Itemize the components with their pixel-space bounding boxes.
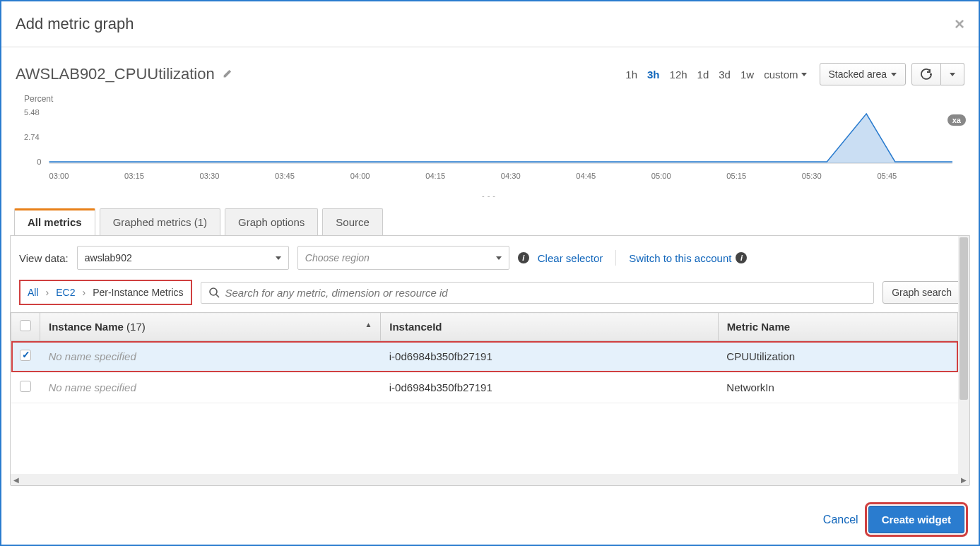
info-icon[interactable]: i xyxy=(518,252,529,263)
add-metric-modal: Add metric graph × AWSLAB902_CPUUtilizat… xyxy=(0,0,980,546)
y-axis-label: Percent xyxy=(24,94,956,104)
tab-graph-options[interactable]: Graph options xyxy=(225,208,318,235)
svg-line-14 xyxy=(216,295,219,297)
svg-text:03:45: 03:45 xyxy=(275,172,295,180)
refresh-icon xyxy=(921,69,932,80)
ytick-max: 5.48 xyxy=(24,108,40,117)
chevron-right-icon: › xyxy=(46,287,49,298)
breadcrumb-all[interactable]: All xyxy=(28,287,39,298)
close-icon[interactable]: × xyxy=(955,14,964,34)
chevron-down-icon xyxy=(801,73,807,76)
sort-asc-icon: ▲ xyxy=(365,321,372,328)
tabs: All metrics Graphed metrics (1) Graph op… xyxy=(10,208,970,235)
graph-title-row: AWSLAB902_CPUUtilization xyxy=(16,65,232,83)
table-row[interactable]: No name specified i-0d6984b350fb27191 CP… xyxy=(11,341,958,372)
refresh-button[interactable] xyxy=(911,63,941,85)
chevron-down-icon xyxy=(276,256,281,260)
chart: 5.48 2.74 0 03:00 03:15 03:30 03:45 04:0… xyxy=(24,108,956,189)
search-input-wrap xyxy=(201,282,875,304)
refresh-menu-button[interactable] xyxy=(941,63,964,85)
tab-graphed-metrics[interactable]: Graphed metrics (1) xyxy=(100,208,220,235)
row-checkbox[interactable] xyxy=(20,381,31,392)
time-range-selector: 1h 3h 12h 1d 3d 1w custom xyxy=(625,69,806,81)
time-custom[interactable]: custom xyxy=(764,69,806,81)
svg-text:04:45: 04:45 xyxy=(576,172,596,180)
vertical-scrollbar[interactable] xyxy=(958,236,969,474)
graph-title: AWSLAB902_CPUUtilization xyxy=(16,65,215,83)
svg-text:04:00: 04:00 xyxy=(350,172,370,180)
svg-text:05:00: 05:00 xyxy=(651,172,671,180)
svg-text:05:30: 05:30 xyxy=(802,172,822,180)
chart-area: Percent 5.48 2.74 0 03:00 03:15 03:30 03… xyxy=(10,94,970,206)
graph-search-button[interactable]: Graph search xyxy=(882,281,961,304)
search-row: All › EC2 › Per-Instance Metrics Graph s… xyxy=(11,280,969,312)
modal-header: Add metric graph × xyxy=(1,1,979,47)
tab-panel: View data: awslab902 Choose region i Cle… xyxy=(10,235,970,486)
col-instance-id[interactable]: InstanceId xyxy=(381,313,719,341)
modal-title: Add metric graph xyxy=(16,15,134,33)
refresh-group xyxy=(911,63,964,85)
region-select[interactable]: Choose region xyxy=(297,246,509,270)
svg-text:03:30: 03:30 xyxy=(200,172,220,180)
panel-inner: View data: awslab902 Choose region i Cle… xyxy=(11,236,969,474)
metrics-table: Instance Name (17)▲ InstanceId Metric Na… xyxy=(11,312,958,403)
clear-selector-link[interactable]: Clear selector xyxy=(538,252,603,264)
svg-text:04:30: 04:30 xyxy=(501,172,521,180)
checkbox-icon xyxy=(20,320,31,331)
tab-all-metrics[interactable]: All metrics xyxy=(14,208,95,235)
breadcrumb: All › EC2 › Per-Instance Metrics xyxy=(19,280,192,305)
graph-toolbar: AWSLAB902_CPUUtilization 1h 3h 12h 1d 3d… xyxy=(10,56,970,94)
col-metric-name[interactable]: Metric Name xyxy=(718,313,957,341)
chart-type-button[interactable]: Stacked area xyxy=(820,63,907,85)
chevron-down-icon xyxy=(496,256,502,260)
time-3d[interactable]: 3d xyxy=(719,69,731,81)
ytick-0: 0 xyxy=(37,158,41,166)
search-icon xyxy=(208,287,220,298)
cell-instance-id: i-0d6984b350fb27191 xyxy=(381,372,719,403)
modal-footer: Cancel Create widget xyxy=(1,494,979,545)
tab-source[interactable]: Source xyxy=(322,208,383,235)
svg-text:04:15: 04:15 xyxy=(425,172,445,180)
cell-instance-id: i-0d6984b350fb27191 xyxy=(381,341,719,372)
create-widget-button[interactable]: Create widget xyxy=(868,506,964,533)
resize-handle[interactable]: --- xyxy=(24,191,956,200)
col-instance-name[interactable]: Instance Name (17)▲ xyxy=(40,313,381,341)
time-12h[interactable]: 12h xyxy=(670,69,687,81)
breadcrumb-current: Per-Instance Metrics xyxy=(93,287,183,298)
cell-metric-name: NetworkIn xyxy=(718,372,957,403)
time-1h[interactable]: 1h xyxy=(625,69,637,81)
cell-metric-name: CPUUtilization xyxy=(718,341,957,372)
svg-text:03:15: 03:15 xyxy=(124,172,144,180)
svg-point-13 xyxy=(210,288,217,295)
cell-instance-name: No name specified xyxy=(40,372,381,403)
chart-badge[interactable]: xa xyxy=(947,114,966,126)
chevron-down-icon xyxy=(891,73,897,76)
graph-controls: 1h 3h 12h 1d 3d 1w custom Stacked area xyxy=(625,63,964,85)
account-select[interactable]: awslab902 xyxy=(77,246,289,270)
edit-title-icon[interactable] xyxy=(222,69,232,79)
chevron-right-icon: › xyxy=(82,287,85,298)
select-all-header[interactable] xyxy=(11,313,40,341)
chevron-down-icon xyxy=(950,73,955,76)
horizontal-scrollbar[interactable]: ◀ ▶ xyxy=(11,474,969,485)
cell-instance-name: No name specified xyxy=(40,341,381,372)
row-checkbox[interactable] xyxy=(20,350,31,361)
svg-text:05:45: 05:45 xyxy=(877,172,897,180)
cancel-button[interactable]: Cancel xyxy=(823,514,858,526)
search-input[interactable] xyxy=(225,287,867,299)
switch-account-link[interactable]: Switch to this account i xyxy=(629,252,747,264)
view-data-label: View data: xyxy=(19,252,69,264)
table-row[interactable]: No name specified i-0d6984b350fb27191 Ne… xyxy=(11,372,958,403)
view-data-row: View data: awslab902 Choose region i Cle… xyxy=(11,236,969,280)
time-1w[interactable]: 1w xyxy=(740,69,754,81)
breadcrumb-ec2[interactable]: EC2 xyxy=(56,287,75,298)
ytick-mid: 2.74 xyxy=(24,133,40,141)
svg-text:05:15: 05:15 xyxy=(726,172,746,180)
time-1d[interactable]: 1d xyxy=(697,69,709,81)
scroll-right-icon: ▶ xyxy=(958,476,969,484)
svg-text:03:00: 03:00 xyxy=(49,172,69,180)
info-icon: i xyxy=(736,252,747,263)
scroll-left-icon: ◀ xyxy=(11,476,22,484)
time-3h[interactable]: 3h xyxy=(647,69,660,81)
modal-body: AWSLAB902_CPUUtilization 1h 3h 12h 1d 3d… xyxy=(1,47,979,494)
